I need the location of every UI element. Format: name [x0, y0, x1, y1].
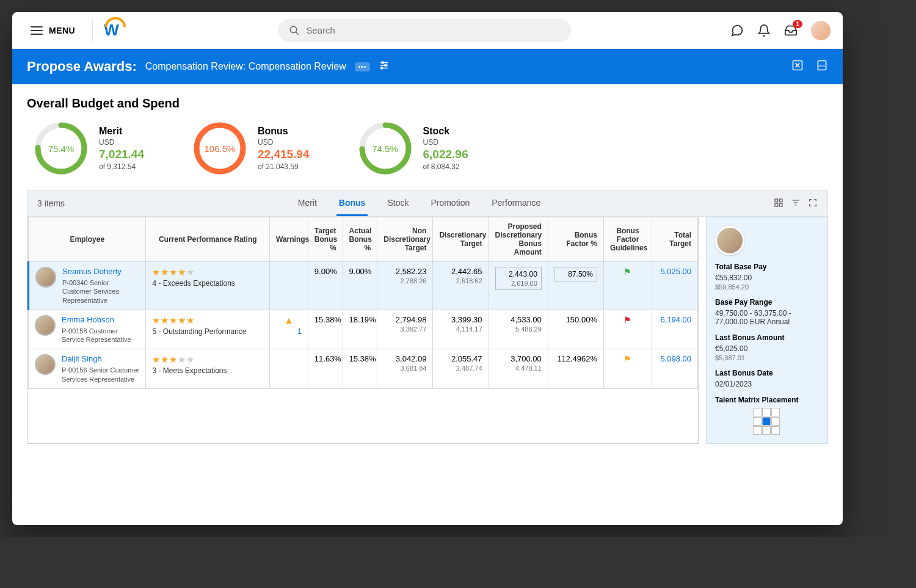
- svg-point-5: [385, 65, 387, 67]
- col-header[interactable]: Target Bonus %: [308, 217, 343, 262]
- nondisc-target: 2,582.232,768.26: [377, 262, 433, 310]
- page-title: Propose Awards:: [27, 59, 137, 74]
- disc-target: 3,399.304,114.17: [433, 310, 489, 349]
- proposed-amount: 4,533.005,486.29: [489, 310, 548, 349]
- warning-icon[interactable]: ▲: [284, 315, 294, 325]
- svg-point-7: [381, 67, 383, 69]
- last-bonus-date-value: 02/01/2023: [715, 380, 819, 388]
- star-rating: ★★★★★: [152, 354, 263, 365]
- budget-name: Merit: [99, 126, 144, 137]
- proposed-amount[interactable]: 2,443.002,619.00: [489, 262, 548, 310]
- budget-name: Stock: [423, 126, 468, 137]
- budget-currency: USD: [258, 138, 310, 147]
- budget-donut: 75.4%: [34, 122, 88, 175]
- last-bonus-date-label: Last Bonus Date: [715, 369, 819, 377]
- budget-pct: 106.5%: [193, 122, 247, 175]
- employee-name-link[interactable]: Seamus Doherty: [62, 267, 139, 276]
- more-actions-icon[interactable]: •••: [355, 62, 371, 71]
- search-input[interactable]: [306, 25, 560, 35]
- proposed-amount-input[interactable]: 2,443.002,619.00: [495, 267, 542, 290]
- export-pdf-icon[interactable]: PDF: [816, 59, 828, 74]
- grid-view-icon[interactable]: [774, 198, 783, 209]
- data-grid: EmployeeCurrent Performance RatingWarnin…: [27, 217, 699, 444]
- total-base-pay-label: Total Base Pay: [715, 263, 819, 271]
- total-target-link[interactable]: 5,025.00: [652, 262, 697, 310]
- table-toolbar: 3 items MeritBonusStockPromotionPerforma…: [27, 190, 828, 217]
- col-header[interactable]: Warnings: [270, 217, 308, 262]
- search-icon: [289, 25, 300, 36]
- table-row[interactable]: Emma Hobson P-00158 Customer Service Rep…: [29, 310, 698, 349]
- bonus-factor-input[interactable]: 87.50%: [554, 267, 597, 281]
- tab-merit[interactable]: Merit: [296, 191, 319, 216]
- total-target-link[interactable]: 6,194.00: [652, 310, 697, 349]
- chat-icon[interactable]: [730, 24, 744, 37]
- actual-bonus-pct: 15.38%: [343, 349, 377, 389]
- rating-text: 4 - Exceeds Expectations: [152, 279, 263, 288]
- actual-bonus-pct: 18.19%: [343, 310, 377, 349]
- table-row[interactable]: Daljit Singh P-00156 Senior Customer Ser…: [29, 349, 698, 389]
- tab-promotion[interactable]: Promotion: [428, 191, 472, 216]
- col-header[interactable]: Total Target: [652, 217, 697, 262]
- col-header[interactable]: Non Discretionary Target: [377, 217, 433, 262]
- flag-icon[interactable]: ⚑: [623, 315, 631, 325]
- base-pay-range-value: 49,750.00 - 63,375.00 - 77,000.00 EUR An…: [715, 309, 819, 326]
- filter-icon[interactable]: [791, 198, 801, 209]
- flag-icon[interactable]: ⚑: [623, 354, 631, 364]
- tab-bonus[interactable]: Bonus: [336, 191, 368, 216]
- tab-performance[interactable]: Performance: [489, 191, 543, 216]
- employee-avatar: [35, 315, 56, 336]
- last-bonus-value: €5,025.00: [715, 344, 819, 353]
- inbox-icon[interactable]: 1: [784, 24, 798, 37]
- col-header[interactable]: Proposed Discretionary Bonus Amount: [489, 217, 548, 262]
- budget-name: Bonus: [258, 126, 310, 137]
- svg-text:PDF: PDF: [818, 64, 826, 68]
- flag-icon[interactable]: ⚑: [623, 267, 631, 277]
- warning-count: 1: [276, 327, 302, 336]
- employee-name-link[interactable]: Daljit Singh: [62, 354, 139, 363]
- export-excel-icon[interactable]: [791, 59, 804, 74]
- employee-name-link[interactable]: Emma Hobson: [62, 315, 139, 324]
- budget-card-stock: 74.5% Stock USD 6,022.96 of 8,084.32: [358, 122, 468, 175]
- budget-amount: 22,415.94: [258, 148, 310, 161]
- divider: [92, 20, 93, 42]
- budget-currency: USD: [99, 138, 144, 147]
- last-bonus-alt: $5,387.01: [715, 354, 819, 361]
- menu-button[interactable]: MENU: [24, 22, 81, 39]
- app-logo[interactable]: W: [104, 21, 119, 40]
- col-header[interactable]: Discretionary Target: [433, 217, 489, 262]
- svg-point-0: [291, 26, 297, 33]
- talent-matrix: [753, 408, 781, 435]
- target-bonus-pct: 9.00%: [308, 262, 343, 310]
- col-header[interactable]: Bonus Factor Guidelines: [603, 217, 652, 262]
- table-row[interactable]: Seamus Doherty P-00340 Senior Customer S…: [29, 262, 698, 310]
- user-avatar[interactable]: [811, 21, 831, 40]
- fullscreen-icon[interactable]: [808, 198, 818, 209]
- settings-icon[interactable]: [379, 60, 390, 73]
- page-subtitle: Compensation Review: Compensation Review: [145, 61, 346, 72]
- bonus-factor[interactable]: 87.50%: [548, 262, 603, 310]
- col-header[interactable]: Current Performance Rating: [146, 217, 270, 262]
- nondisc-target: 3,042.093,681.84: [377, 349, 433, 389]
- budget-pct: 74.5%: [358, 122, 412, 175]
- nav-icons: 1: [730, 21, 831, 40]
- tab-stock[interactable]: Stock: [385, 191, 411, 216]
- budget-card-merit: 75.4% Merit USD 7,021.44 of 9,312.54: [34, 122, 144, 175]
- proposed-amount: 3,700.004,478.11: [489, 349, 548, 389]
- budget-donut: 74.5%: [358, 122, 412, 175]
- actual-bonus-pct: 9.00%: [343, 262, 377, 310]
- col-header[interactable]: Bonus Factor %: [548, 217, 603, 262]
- search-box[interactable]: [278, 19, 571, 42]
- col-header[interactable]: Actual Bonus %: [343, 217, 377, 262]
- employee-avatar: [35, 354, 56, 375]
- bell-icon[interactable]: [757, 24, 771, 37]
- last-bonus-label: Last Bonus Amount: [715, 333, 819, 342]
- svg-point-3: [382, 62, 384, 64]
- target-bonus-pct: 15.38%: [308, 310, 343, 349]
- budget-section-title: Overall Budget and Spend: [27, 96, 828, 111]
- total-target-link[interactable]: 5,098.00: [652, 349, 697, 389]
- total-base-pay-alt: $59,854.20: [715, 283, 819, 291]
- svg-rect-18: [779, 199, 782, 202]
- col-header[interactable]: Employee: [29, 217, 146, 262]
- budget-amount: 6,022.96: [423, 148, 468, 161]
- target-bonus-pct: 11.63%: [308, 349, 343, 389]
